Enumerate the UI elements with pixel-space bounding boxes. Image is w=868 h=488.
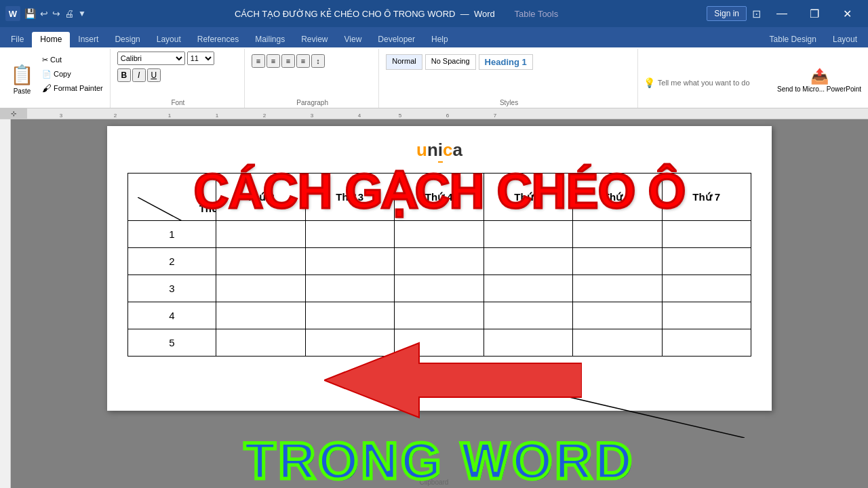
line-spacing-button[interactable]: ↕ xyxy=(311,54,325,68)
stt-cell: 5 xyxy=(128,329,216,357)
svg-line-2 xyxy=(453,370,745,438)
bold-button[interactable]: B xyxy=(117,68,131,82)
window-controls: — ❐ ✕ xyxy=(766,4,863,23)
table-row: 1 xyxy=(128,221,751,248)
paragraph-group-label: Paragraph xyxy=(246,99,378,106)
style-heading1[interactable]: Heading 1 xyxy=(479,54,533,70)
align-center-button[interactable]: ≡ xyxy=(267,54,280,68)
unica-letter-i: i xyxy=(438,140,443,160)
doc-title-text: CÁCH TẠO ĐƯỜNG KẺ CHÉO CHO Ô TRONG WORD xyxy=(235,9,456,19)
data-cell-0 xyxy=(216,221,306,248)
data-cell-1 xyxy=(305,329,395,357)
tab-home[interactable]: Home xyxy=(32,32,70,47)
data-cell-3 xyxy=(484,302,573,329)
font-group: Calibri 11 B I U Font xyxy=(112,49,245,108)
paste-button[interactable]: 📋 Paste xyxy=(7,58,37,100)
font-family-select[interactable]: Calibri xyxy=(117,52,185,65)
quick-access-redo[interactable]: ↪ xyxy=(52,8,60,19)
schedule-table: Thứ STT Thứ 2 Thứ 3 Thứ 4 Thứ 5 Thứ 6 Th… xyxy=(127,173,751,357)
style-normal[interactable]: Normal xyxy=(386,54,422,70)
copy-button[interactable]: 📄 Copy xyxy=(39,67,106,81)
header-thu4: Thứ 4 xyxy=(395,174,484,221)
align-right-button[interactable]: ≡ xyxy=(281,54,295,68)
ruler-scale: 3 2 1 1 2 3 4 5 6 7 xyxy=(27,108,868,119)
minimize-button[interactable]: — xyxy=(766,4,797,23)
lightbulb-icon: 💡 xyxy=(644,77,655,88)
data-cell-4 xyxy=(573,221,663,248)
tell-me-text[interactable]: Tell me what you want to do xyxy=(658,79,750,87)
copy-label: Copy xyxy=(54,70,71,78)
style-no-spacing[interactable]: No Spacing xyxy=(425,54,476,70)
data-cell-3 xyxy=(484,275,573,302)
data-cell-5 xyxy=(662,221,751,248)
data-cell-5 xyxy=(662,275,751,302)
stt-cell: 2 xyxy=(128,248,216,275)
format-painter-button[interactable]: 🖌 Format Painter xyxy=(39,81,106,95)
data-cell-5 xyxy=(662,302,751,329)
font-size-select[interactable]: 11 xyxy=(187,52,214,65)
tab-developer[interactable]: Developer xyxy=(370,32,423,47)
tab-view[interactable]: View xyxy=(336,32,370,47)
restore-button[interactable]: ❐ xyxy=(799,4,830,23)
vertical-ruler xyxy=(0,119,11,488)
data-cell-1 xyxy=(305,248,395,275)
cut-icon: ✂ xyxy=(42,56,48,64)
quick-access-undo[interactable]: ↩ xyxy=(40,8,48,19)
quick-access-more[interactable]: ▼ xyxy=(78,9,86,18)
table-tools-text: Table Tools xyxy=(514,9,558,19)
data-cell-1 xyxy=(305,221,395,248)
ribbon-display-icon[interactable]: ⊡ xyxy=(752,7,761,20)
title-bar-left: W 💾 ↩ ↪ 🖨 ▼ xyxy=(5,6,86,21)
header-diagonal-cell: Thứ STT xyxy=(128,174,216,221)
italic-button[interactable]: I xyxy=(132,68,146,82)
unica-letter-a: a xyxy=(453,140,462,160)
bottom-text: TRONG WORD xyxy=(244,434,635,488)
data-cell-0 xyxy=(216,329,306,357)
quick-access-save[interactable]: 💾 xyxy=(24,8,36,19)
tab-table-design[interactable]: Table Design xyxy=(762,32,825,47)
data-cell-2 xyxy=(395,248,484,275)
data-cell-3 xyxy=(484,329,573,357)
data-cell-2 xyxy=(395,329,484,357)
tab-references[interactable]: References xyxy=(189,32,247,47)
page-content: unica Thứ STT xyxy=(107,126,772,411)
tab-help[interactable]: Help xyxy=(423,32,456,47)
bottom-text-container: TRONG WORD xyxy=(11,434,868,488)
justify-button[interactable]: ≡ xyxy=(296,54,310,68)
second-diagonal-svg xyxy=(453,370,745,438)
data-cell-5 xyxy=(662,329,751,357)
format-painter-icon: 🖌 xyxy=(42,83,52,94)
word-icon: W xyxy=(5,6,20,21)
title-bar-right: Sign in ⊡ — ❐ ✕ xyxy=(707,4,863,23)
data-cell-3 xyxy=(484,248,573,275)
align-left-button[interactable]: ≡ xyxy=(252,54,265,68)
table-row: 5 xyxy=(128,329,751,357)
data-cell-1 xyxy=(305,302,395,329)
format-painter-label: Format Painter xyxy=(54,84,103,92)
clipboard-group: 📋 Paste ✂ Cut 📄 Copy 🖌 Format Painter Cl… xyxy=(3,49,111,108)
tab-design[interactable]: Design xyxy=(106,32,148,47)
underline-button[interactable]: U xyxy=(147,68,161,82)
tab-insert[interactable]: Insert xyxy=(70,32,106,47)
second-diagonal-container xyxy=(453,370,745,438)
cut-button[interactable]: ✂ Cut xyxy=(39,53,106,66)
quick-access-print[interactable]: 🖨 xyxy=(64,8,74,19)
data-cell-4 xyxy=(573,275,663,302)
tab-layout[interactable]: Layout xyxy=(149,32,189,47)
tab-review[interactable]: Review xyxy=(293,32,336,47)
table-row: 3 xyxy=(128,275,751,302)
send-to-label[interactable]: Send to Micro... PowerPoint xyxy=(777,85,861,93)
close-button[interactable]: ✕ xyxy=(831,4,863,23)
document-area: CÁCH GẠCH CHÉO Ô unica Thứ xyxy=(0,119,868,488)
cut-label: Cut xyxy=(50,56,62,64)
sign-in-button[interactable]: Sign in xyxy=(707,6,747,21)
copy-icon: 📄 xyxy=(42,70,52,79)
data-cell-0 xyxy=(216,302,306,329)
tab-mailings[interactable]: Mailings xyxy=(247,32,293,47)
tab-file[interactable]: File xyxy=(3,32,32,47)
data-cell-2 xyxy=(395,221,484,248)
unica-letter-u: u xyxy=(416,140,427,160)
styles-group-label: Styles xyxy=(380,99,637,106)
ruler-corner: ⊹ xyxy=(0,108,27,119)
tab-table-layout[interactable]: Layout xyxy=(825,32,865,47)
